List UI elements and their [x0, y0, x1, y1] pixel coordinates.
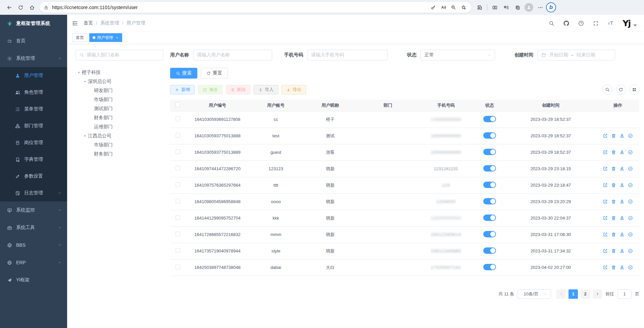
person-icon[interactable] — [620, 199, 625, 204]
prev-page-button[interactable] — [556, 289, 566, 299]
edit-square-icon[interactable] — [603, 150, 608, 155]
refresh-table-button[interactable] — [616, 85, 626, 95]
address-bar[interactable]: https://ccnetcore.com:1101/system/user — [40, 2, 471, 13]
trash-icon[interactable] — [611, 150, 616, 155]
sidebar-item-ERP[interactable]: ERP — [0, 254, 67, 271]
person-icon[interactable] — [620, 183, 625, 188]
check-circle-icon[interactable] — [628, 216, 633, 221]
page-button-1[interactable]: 1 — [568, 289, 578, 299]
sidebar-item-系统管理[interactable]: 系统管理 — [0, 50, 67, 67]
trash-icon[interactable] — [611, 199, 616, 204]
tree-node-财务部门[interactable]: 财务部门 — [76, 113, 163, 122]
status-toggle[interactable] — [483, 215, 496, 221]
edit-square-icon[interactable] — [603, 166, 608, 171]
tab-用户管理[interactable]: 用户管理 — [89, 33, 122, 42]
row-checkbox[interactable] — [176, 166, 180, 171]
person-icon[interactable] — [620, 216, 625, 221]
password-key-button[interactable] — [428, 2, 438, 12]
row-checkbox[interactable] — [176, 265, 180, 269]
sidebar-item-菜单管理[interactable]: 菜单管理 — [0, 101, 67, 118]
next-page-button[interactable] — [593, 289, 602, 299]
status-toggle[interactable] — [483, 198, 496, 204]
sidebar-item-角色管理[interactable]: 角色管理 — [0, 84, 67, 101]
browser-back-button[interactable] — [3, 2, 15, 13]
trash-icon[interactable] — [611, 216, 616, 221]
show-search-button[interactable] — [602, 85, 612, 95]
trash-icon[interactable] — [611, 166, 616, 171]
person-icon[interactable] — [620, 133, 625, 138]
search-button[interactable]: 搜索 — [170, 68, 197, 79]
reset-button[interactable]: 重置 — [201, 68, 228, 79]
date-range-picker[interactable]: 开始日期 - 结束日期 — [537, 50, 615, 60]
tree-node-橙子科技[interactable]: 橙子科技 — [76, 68, 163, 77]
page-button-2[interactable]: 2 — [581, 289, 590, 299]
row-checkbox[interactable] — [176, 116, 180, 121]
row-checkbox[interactable] — [176, 232, 180, 236]
sidebar-item-BBS[interactable]: BBS — [0, 236, 67, 254]
browser-refresh-button[interactable] — [15, 2, 26, 13]
sidebar-item-字典管理[interactable]: 字典管理 — [0, 151, 67, 168]
status-toggle[interactable] — [483, 116, 496, 122]
copilot-button[interactable]: b — [546, 2, 556, 12]
tree-node-江西总公司[interactable]: 江西总公司 — [76, 131, 163, 140]
check-circle-icon[interactable] — [628, 248, 633, 253]
check-circle-icon[interactable] — [628, 166, 633, 171]
browser-home-button[interactable] — [26, 2, 38, 13]
collections-button[interactable] — [512, 2, 523, 13]
breadcrumb-item[interactable]: 用户管理 — [127, 20, 145, 26]
status-toggle[interactable] — [483, 231, 496, 237]
edit-square-icon[interactable] — [603, 265, 608, 270]
sidebar-item-用户管理[interactable]: 用户管理 — [0, 67, 67, 84]
row-checkbox[interactable] — [176, 199, 180, 203]
edit-square-icon[interactable] — [603, 133, 608, 138]
read-aloud-button[interactable] — [438, 2, 448, 12]
status-toggle[interactable] — [483, 264, 496, 270]
username-input[interactable]: 请输入用户名称 — [193, 50, 272, 60]
check-circle-icon[interactable] — [628, 133, 633, 138]
check-circle-icon[interactable] — [628, 183, 633, 188]
font-size-icon[interactable]: TT — [608, 20, 613, 26]
split-screen-button[interactable] — [489, 2, 500, 13]
check-circle-icon[interactable] — [628, 199, 633, 204]
add-button[interactable]: 新增 — [170, 85, 195, 94]
sidebar-logo[interactable]: 意框架管理系统 — [0, 15, 67, 32]
edit-square-icon[interactable] — [603, 248, 608, 253]
sidebar-toggle-icon[interactable] — [72, 20, 78, 27]
edit-square-icon[interactable] — [603, 199, 608, 204]
person-icon[interactable] — [620, 166, 625, 171]
favorite-add-button[interactable] — [458, 2, 468, 12]
help-icon[interactable]: ? — [578, 20, 584, 26]
check-circle-icon[interactable] — [628, 232, 633, 237]
sidebar-item-日志管理[interactable]: 日志管理 — [0, 185, 67, 201]
person-icon[interactable] — [620, 248, 625, 253]
sidebar-item-部门管理[interactable]: 部门管理 — [0, 118, 67, 134]
row-checkbox[interactable] — [176, 248, 180, 253]
sidebar-item-系统监控[interactable]: 系统监控 — [0, 201, 67, 219]
dept-search-input[interactable]: 请输入部门名称 — [76, 50, 163, 60]
browser-profile-button[interactable] — [523, 2, 535, 13]
export-button[interactable]: 导出 — [282, 85, 306, 94]
user-menu[interactable]: Yj — [623, 18, 638, 28]
status-toggle[interactable] — [483, 182, 496, 188]
tree-node-市场部门[interactable]: 市场部门 — [76, 95, 163, 104]
trash-icon[interactable] — [611, 133, 616, 138]
person-icon[interactable] — [620, 232, 625, 237]
page-size-select[interactable]: 10条/页 — [517, 289, 551, 299]
header-search-icon[interactable] — [549, 20, 554, 26]
column-settings-button[interactable] — [629, 85, 639, 95]
trash-icon[interactable] — [611, 265, 616, 270]
tree-node-测试部门[interactable]: 测试部门 — [76, 104, 163, 113]
row-checkbox[interactable] — [176, 215, 180, 220]
tree-node-研发部门[interactable]: 研发部门 — [76, 86, 163, 95]
edit-button[interactable]: 修改 — [198, 85, 222, 94]
status-select[interactable]: 正常 — [420, 50, 495, 60]
trash-icon[interactable] — [611, 248, 616, 253]
edit-square-icon[interactable] — [603, 183, 608, 188]
status-toggle[interactable] — [483, 165, 496, 172]
status-toggle[interactable] — [483, 247, 496, 254]
tree-node-财务部门[interactable]: 财务部门 — [76, 149, 163, 158]
trash-icon[interactable] — [611, 232, 616, 237]
status-toggle[interactable] — [483, 132, 496, 139]
sidebar-item-Yi框架[interactable]: Yi框架 — [0, 271, 67, 289]
status-toggle[interactable] — [483, 149, 496, 155]
